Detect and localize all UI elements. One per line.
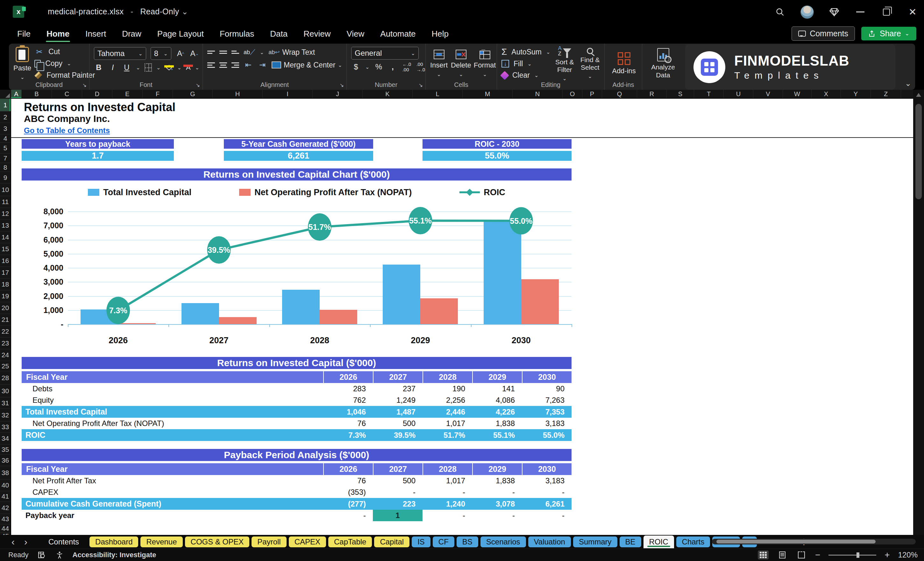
- row-header-4[interactable]: 4: [0, 134, 10, 142]
- italic-button[interactable]: I: [108, 63, 117, 72]
- column-header-N[interactable]: N: [513, 90, 562, 98]
- format-painter-button[interactable]: Format Painter: [34, 70, 95, 80]
- row-header-31[interactable]: 31: [0, 398, 10, 409]
- row-header-3[interactable]: 3: [0, 123, 10, 134]
- align-bottom-icon[interactable]: [231, 51, 239, 54]
- menu-tab-insert[interactable]: Insert: [80, 26, 112, 42]
- clipboard-dialog-launcher[interactable]: ↘: [82, 82, 87, 88]
- insert-cells-button[interactable]: Insert⌄: [430, 47, 448, 80]
- restore-button[interactable]: [881, 6, 892, 18]
- column-header-V[interactable]: V: [753, 90, 783, 98]
- column-header-E[interactable]: E: [112, 90, 142, 98]
- menu-tab-page-layout[interactable]: Page Layout: [152, 26, 210, 42]
- column-header-X[interactable]: X: [812, 90, 841, 98]
- increase-indent-icon[interactable]: ⇥: [258, 60, 267, 70]
- normal-view-button[interactable]: [758, 550, 769, 560]
- zoom-slider[interactable]: [828, 555, 876, 556]
- row-header-23[interactable]: 23: [0, 338, 10, 349]
- row-header-41[interactable]: 41: [0, 491, 10, 502]
- percent-format-icon[interactable]: %: [374, 62, 383, 72]
- row-header-8[interactable]: 8: [0, 163, 10, 172]
- sheet-tab-capex[interactable]: CAPEX: [289, 537, 326, 547]
- row-header-44[interactable]: 44: [0, 524, 10, 532]
- share-button[interactable]: Share ⌄: [861, 27, 916, 40]
- column-header-Y[interactable]: Y: [841, 90, 871, 98]
- premium-diamond-icon[interactable]: [828, 6, 840, 18]
- zoom-in-icon[interactable]: +: [885, 550, 890, 560]
- row-header-34[interactable]: 34: [0, 433, 10, 444]
- sheet-tab-be[interactable]: BE: [620, 537, 641, 547]
- sheet-tab-roic[interactable]: ROIC: [644, 536, 674, 548]
- menu-tab-draw[interactable]: Draw: [116, 26, 147, 42]
- column-header-F[interactable]: F: [142, 90, 173, 98]
- row-header-25[interactable]: 25: [0, 361, 10, 371]
- menu-tab-automate[interactable]: Automate: [375, 26, 421, 42]
- macro-record-icon[interactable]: [37, 551, 46, 559]
- cut-button[interactable]: ✂Cut: [34, 47, 95, 57]
- sort-filter-button[interactable]: AZ Sort & Filter⌄: [554, 47, 576, 80]
- row-header-7[interactable]: 7: [0, 153, 10, 163]
- sheet-tab-valuation[interactable]: Valuation: [528, 537, 571, 547]
- row-header-10[interactable]: 10: [0, 183, 10, 196]
- row-header-22[interactable]: 22: [0, 326, 10, 338]
- row-header-32[interactable]: 32: [0, 409, 10, 422]
- menu-tab-help[interactable]: Help: [426, 26, 454, 42]
- page-break-view-button[interactable]: [796, 550, 807, 560]
- row-header-35[interactable]: 35: [0, 444, 10, 454]
- fill-button[interactable]: ↓Fill⌄: [501, 59, 550, 69]
- column-header-O[interactable]: O: [562, 90, 582, 98]
- collapse-ribbon-icon[interactable]: ⌄: [905, 79, 911, 88]
- align-top-icon[interactable]: [207, 51, 215, 54]
- font-dialog-launcher[interactable]: ↘: [196, 82, 200, 88]
- sheet-tab-dashboard[interactable]: Dashboard: [90, 537, 138, 547]
- decrease-indent-icon[interactable]: ⇤: [244, 60, 253, 70]
- column-header-K[interactable]: K: [363, 90, 412, 98]
- align-center-icon[interactable]: [219, 62, 227, 68]
- column-header-G[interactable]: G: [173, 90, 213, 98]
- currency-format-icon[interactable]: $: [351, 62, 361, 72]
- borders-icon[interactable]: [144, 63, 152, 72]
- decrease-decimal-icon[interactable]: .00→.0: [416, 62, 425, 72]
- wrap-text-button[interactable]: ab↩Wrap Text: [268, 47, 315, 58]
- menu-tab-home[interactable]: Home: [41, 26, 75, 42]
- row-header-17[interactable]: 17: [0, 267, 10, 279]
- autosum-button[interactable]: ΣAutoSum⌄: [501, 47, 550, 57]
- row-header-33[interactable]: 33: [0, 422, 10, 433]
- column-header-J[interactable]: J: [313, 90, 363, 98]
- menu-tab-review[interactable]: Review: [298, 26, 336, 42]
- format-cells-button[interactable]: Format⌄: [474, 47, 495, 80]
- zoom-slider-thumb[interactable]: [856, 552, 860, 558]
- row-header-1[interactable]: 1: [0, 99, 10, 111]
- row-header-19[interactable]: 19: [0, 290, 10, 302]
- column-header-U[interactable]: U: [724, 90, 753, 98]
- column-header-I[interactable]: I: [262, 90, 313, 98]
- page-layout-view-button[interactable]: [777, 550, 788, 560]
- row-header-18[interactable]: 18: [0, 279, 10, 290]
- underline-button[interactable]: U: [122, 63, 132, 72]
- increase-decimal-icon[interactable]: ←.0.00: [402, 62, 411, 72]
- row-header-11[interactable]: 11: [0, 196, 10, 208]
- menu-tab-data[interactable]: Data: [264, 26, 293, 42]
- bold-button[interactable]: B: [94, 63, 104, 72]
- sheet-tab-summary[interactable]: Summary: [573, 537, 617, 547]
- column-header-H[interactable]: H: [213, 90, 262, 98]
- sheet-tab-cogs-opex[interactable]: COGS & OPEX: [185, 537, 250, 547]
- decrease-font-icon[interactable]: A⌄: [190, 49, 200, 58]
- column-header-M[interactable]: M: [463, 90, 513, 98]
- scroll-up-arrow[interactable]: [916, 93, 921, 97]
- sheet-tab-capital[interactable]: Capital: [374, 537, 410, 547]
- align-left-icon[interactable]: [207, 62, 215, 68]
- analyze-data-button[interactable]: Analyze Data: [646, 47, 680, 80]
- column-header-Z[interactable]: Z: [871, 90, 901, 98]
- row-header-38[interactable]: 38: [0, 466, 10, 480]
- row-header-42[interactable]: 42: [0, 502, 10, 514]
- sheet-tab-is[interactable]: IS: [412, 537, 430, 547]
- horizontal-scroll-thumb[interactable]: [716, 540, 876, 543]
- row-header-14[interactable]: 14: [0, 231, 10, 243]
- sheet-nav-right-icon[interactable]: ›: [24, 537, 27, 547]
- font-name-select[interactable]: Tahoma⌄: [94, 47, 146, 60]
- column-header-A[interactable]: A: [11, 90, 22, 98]
- clear-button[interactable]: Clear⌄: [501, 70, 550, 81]
- paste-button[interactable]: Paste⌄: [14, 47, 31, 80]
- sheet-tab-revenue[interactable]: Revenue: [140, 537, 183, 547]
